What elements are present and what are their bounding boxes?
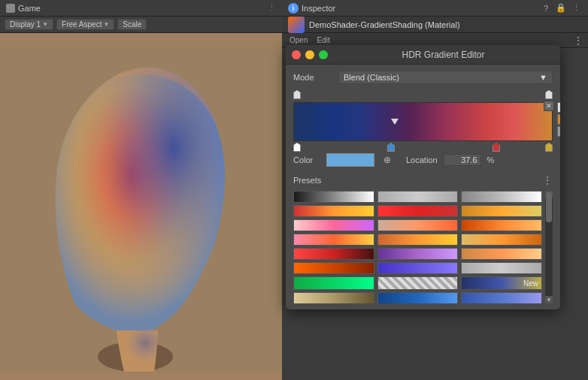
preset-2-4[interactable]: [377, 234, 459, 246]
scrollbar-down[interactable]: ▼: [545, 296, 553, 303]
alpha-stops-row: [293, 90, 553, 101]
preset-1-8[interactable]: [293, 292, 374, 303]
scale-btn[interactable]: Scale: [117, 19, 147, 30]
color-stops-row: [293, 143, 553, 153]
presets-scrollbar[interactable]: ▲ ▼: [545, 191, 553, 303]
preset-2-1[interactable]: [377, 191, 459, 203]
game-header: Game ⋮: [0, 0, 282, 17]
inspector-header-icons: ? 🔒 ⋮: [540, 2, 582, 14]
presets-grid: New ▲ ▼: [293, 191, 553, 303]
preset-1-3[interactable]: [293, 219, 374, 231]
breadcrumb-text: DemoShader-GradientShading (Material): [309, 20, 460, 29]
game-tab-label: Game: [18, 4, 41, 13]
preset-2-8[interactable]: [377, 292, 459, 303]
inspector-breadcrumb: DemoShader-GradientShading (Material): [282, 17, 588, 33]
preset-2-3[interactable]: [377, 219, 459, 231]
aspect-btn-label: Free Aspect: [62, 20, 102, 29]
inspector-tab-label: Inspector: [302, 4, 335, 13]
gradient-display[interactable]: [293, 102, 553, 141]
preset-3-2[interactable]: [461, 205, 542, 217]
location-input[interactable]: 37.6: [444, 154, 481, 166]
gradient-body: Mode Blend (Classic) ▼ ✕: [286, 65, 560, 309]
aspect-btn[interactable]: Free Aspect ▼: [56, 19, 114, 30]
new-label: New: [523, 279, 538, 288]
maximize-button[interactable]: [319, 50, 328, 59]
color-stop-blue[interactable]: [387, 143, 395, 152]
preset-2-6[interactable]: [377, 262, 459, 274]
location-label: Location: [406, 155, 438, 164]
swatches-panel: [557, 102, 560, 137]
eyedropper-button[interactable]: ⊕: [380, 153, 394, 167]
presets-col-3: New: [461, 191, 542, 303]
preset-1-4[interactable]: [293, 234, 374, 246]
game-tab[interactable]: Game: [6, 4, 41, 13]
presets-header: Presets ⋮: [293, 174, 553, 186]
alpha-stop-left[interactable]: [293, 90, 301, 99]
alpha-stop-right[interactable]: [545, 90, 553, 99]
color-label: Color: [293, 155, 320, 164]
preset-1-5[interactable]: [293, 248, 374, 260]
preset-3-5[interactable]: [461, 248, 542, 260]
toolbar-menu-button[interactable]: ⋮: [573, 35, 583, 47]
preset-2-5[interactable]: [377, 248, 459, 260]
gradient-bar-wrapper: ✕: [293, 102, 553, 141]
inspector-panel: i Inspector ? 🔒 ⋮ DemoShader-GradientSha…: [282, 0, 588, 380]
presets-menu-button[interactable]: ⋮: [542, 174, 553, 186]
game-toolbar: Display 1 ▼ Free Aspect ▼ Scale: [0, 17, 282, 33]
edit-button[interactable]: Edit: [314, 35, 332, 45]
preset-2-7[interactable]: [377, 276, 459, 290]
preset-1-2[interactable]: [293, 205, 374, 217]
scale-btn-label: Scale: [123, 20, 141, 29]
shader-icon: [288, 17, 305, 33]
game-tab-options[interactable]: ⋮: [268, 3, 276, 13]
gradient-titlebar: HDR Gradient Editor: [286, 45, 560, 65]
open-button[interactable]: Open: [286, 35, 311, 45]
mode-dropdown[interactable]: Blend (Classic) ▼: [338, 71, 553, 84]
game-view: Game ⋮ Display 1 ▼ Free Aspect ▼ Scale: [0, 0, 282, 380]
swatch-3[interactable]: [557, 126, 560, 137]
preset-3-1[interactable]: [461, 191, 542, 203]
inspector-icon: i: [288, 3, 299, 14]
gradient-editor: HDR Gradient Editor Mode Blend (Classic)…: [286, 45, 560, 309]
preset-1-7[interactable]: [293, 276, 374, 290]
inspector-menu-button[interactable]: ⋮: [570, 2, 582, 14]
color-preview[interactable]: [326, 153, 374, 167]
swatch-2[interactable]: [557, 114, 560, 125]
presets-label: Presets: [293, 176, 542, 185]
presets-col-1: [293, 191, 374, 303]
preset-3-6[interactable]: [461, 262, 542, 274]
game-canvas: [0, 33, 282, 380]
swatch-1[interactable]: [557, 102, 560, 113]
game-icon: [6, 4, 15, 13]
mode-value: Blend (Classic): [344, 73, 399, 82]
mode-row: Mode Blend (Classic) ▼: [293, 71, 553, 84]
gradient-editor-title: HDR Gradient Editor: [332, 50, 554, 60]
preset-1-6[interactable]: [293, 262, 374, 274]
mode-label: Mode: [293, 73, 338, 82]
preset-2-2[interactable]: [377, 205, 459, 217]
display-btn-label: Display 1: [10, 20, 41, 29]
scrollbar-thumb[interactable]: [546, 192, 552, 222]
inspector-tab[interactable]: i Inspector: [288, 3, 335, 14]
close-button[interactable]: [292, 50, 301, 59]
aspect-dropdown-arrow: ▼: [103, 21, 109, 28]
minimize-button[interactable]: [305, 50, 314, 59]
preset-3-4[interactable]: [461, 234, 542, 246]
preset-3-8[interactable]: [461, 292, 542, 303]
mode-dropdown-arrow: ▼: [539, 73, 547, 82]
gradient-close-btn[interactable]: ✕: [544, 101, 554, 111]
preset-1-1[interactable]: [293, 191, 374, 203]
preset-3-new[interactable]: New: [461, 276, 542, 290]
help-button[interactable]: ?: [540, 2, 552, 14]
color-stop-red[interactable]: [493, 143, 500, 152]
color-stop-white[interactable]: [293, 143, 301, 152]
preset-3-3[interactable]: [461, 219, 542, 231]
game-display-btn[interactable]: Display 1 ▼: [5, 19, 53, 30]
percent-label: %: [487, 155, 495, 164]
presets-col-2: [377, 191, 459, 303]
color-location-row: Color ⊕ Location 37.6 %: [293, 153, 553, 167]
color-stop-gold[interactable]: [545, 143, 553, 152]
lock-button[interactable]: 🔒: [555, 2, 567, 14]
display-dropdown-arrow: ▼: [42, 21, 48, 28]
inspector-header: i Inspector ? 🔒 ⋮: [282, 0, 588, 17]
